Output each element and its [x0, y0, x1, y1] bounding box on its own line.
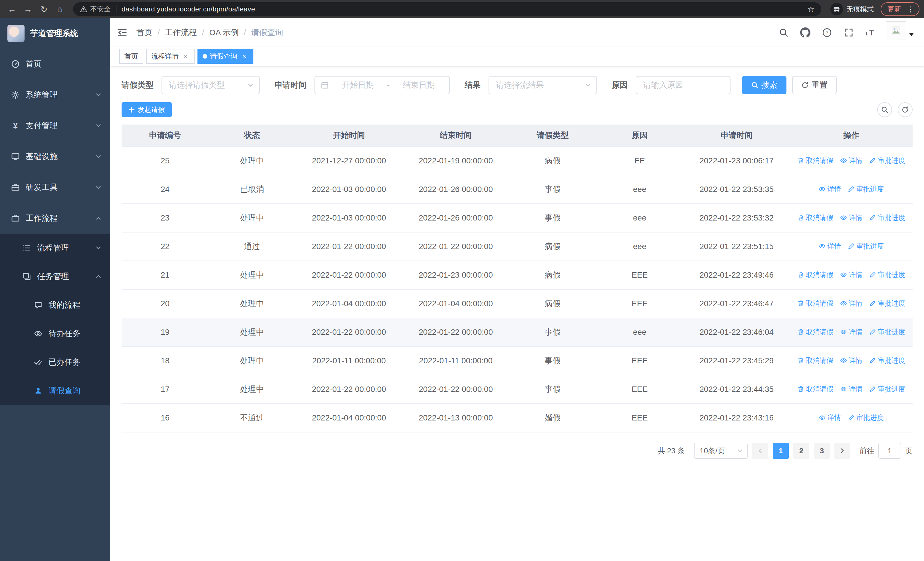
security-chip[interactable]: 不安全: [80, 5, 111, 14]
table-tools: [877, 102, 913, 117]
cell-end-time: 2022-01-22 00:00:00: [402, 232, 509, 261]
fullscreen-button[interactable]: [838, 18, 860, 47]
tab-process-detail[interactable]: 流程详情 ×: [146, 49, 195, 64]
detail-link[interactable]: 详情: [819, 413, 841, 422]
toggle-search-button[interactable]: [877, 102, 892, 117]
cell-status: 处理中: [208, 261, 296, 289]
github-link[interactable]: [795, 18, 816, 47]
approval-progress-link[interactable]: 审批进度: [869, 327, 905, 337]
detail-link[interactable]: 详情: [840, 213, 862, 222]
cancel-leave-link[interactable]: 取消请假: [797, 299, 833, 308]
prev-page-button[interactable]: [752, 443, 768, 459]
cell-apply-id: 19: [122, 318, 208, 346]
detail-link[interactable]: 详情: [840, 299, 862, 308]
browser-update-button[interactable]: 更新 ⋮: [880, 2, 920, 16]
avatar-placeholder-icon: [891, 26, 901, 35]
leave-type-select[interactable]: 请选择请假类型: [162, 76, 260, 94]
reset-button[interactable]: 重置: [792, 76, 837, 94]
page-button-3[interactable]: 3: [814, 443, 830, 459]
sidebar-item-payment-management[interactable]: ¥ 支付管理: [0, 110, 110, 141]
sidebar-item-home[interactable]: 首页: [0, 48, 110, 80]
result-select[interactable]: 请选择流结果: [489, 76, 597, 94]
cell-status: 不通过: [208, 404, 296, 432]
breadcrumb-item[interactable]: OA 示例: [210, 27, 251, 38]
search-button[interactable]: 搜索: [742, 76, 786, 94]
bookmark-star-icon[interactable]: ☆: [804, 5, 818, 14]
page-button-1[interactable]: 1: [773, 443, 789, 459]
pen-icon: [848, 186, 855, 193]
tab-leave-query[interactable]: 请假查询 ×: [198, 49, 254, 64]
collapse-sidebar-button[interactable]: [110, 18, 134, 47]
help-button[interactable]: ?: [816, 18, 838, 47]
create-leave-button[interactable]: 发起请假: [122, 102, 172, 117]
detail-link[interactable]: 详情: [840, 270, 862, 279]
font-size-icon: TT: [865, 28, 876, 37]
detail-link[interactable]: 详情: [819, 185, 841, 194]
breadcrumb-item[interactable]: 工作流程: [165, 27, 210, 38]
detail-link[interactable]: 详情: [840, 327, 862, 337]
sidebar-item-done-tasks[interactable]: 已办任务: [0, 348, 110, 376]
header-search-button[interactable]: [773, 18, 795, 47]
goto-page-input[interactable]: [878, 443, 901, 459]
leave-type-label: 请假类型: [122, 80, 153, 90]
sidebar-item-leave-query[interactable]: 请假查询: [0, 376, 110, 405]
sidebar-item-process-management[interactable]: 流程管理: [0, 234, 110, 262]
page-size-select[interactable]: 10条/页: [694, 443, 748, 459]
detail-link[interactable]: 详情: [840, 385, 862, 394]
browser-reload-button[interactable]: ↻: [36, 2, 51, 17]
address-bar[interactable]: 不安全 dashboard.yudao.iocoder.cn/bpm/oa/le…: [73, 2, 821, 16]
sidebar-item-task-management[interactable]: 任务管理: [0, 262, 110, 291]
refresh-table-button[interactable]: [898, 102, 913, 117]
cell-reason: EEE: [596, 375, 683, 404]
browser-forward-button[interactable]: →: [21, 2, 35, 17]
approval-progress-link[interactable]: 审批进度: [869, 299, 905, 308]
approval-progress-link[interactable]: 审批进度: [848, 242, 884, 251]
sidebar-item-dev-tools[interactable]: 研发工具: [0, 172, 110, 203]
sidebar-item-todo-tasks[interactable]: 待办任务: [0, 319, 110, 348]
kebab-menu-icon[interactable]: ⋮: [905, 5, 916, 14]
cancel-leave-link[interactable]: 取消请假: [797, 270, 833, 279]
approval-progress-link[interactable]: 审批进度: [869, 270, 905, 279]
cancel-leave-link[interactable]: 取消请假: [797, 327, 833, 337]
cell-apply-time: 2022-01-22 23:53:32: [683, 204, 790, 232]
cancel-leave-link[interactable]: 取消请假: [797, 213, 833, 222]
detail-link[interactable]: 详情: [819, 242, 841, 251]
cancel-leave-link[interactable]: 取消请假: [797, 356, 833, 365]
approval-progress-link[interactable]: 审批进度: [869, 385, 905, 394]
cell-reason: EEE: [596, 404, 683, 432]
sidebar-item-my-process[interactable]: 我的流程: [0, 291, 110, 319]
sidebar-item-workflow[interactable]: 工作流程: [0, 203, 110, 234]
close-icon[interactable]: ×: [182, 52, 189, 60]
menu-label: 请假查询: [48, 385, 81, 396]
approval-progress-link[interactable]: 审批进度: [848, 185, 884, 194]
approval-progress-link[interactable]: 审批进度: [869, 213, 905, 222]
user-menu[interactable]: [881, 21, 916, 44]
page-button-2[interactable]: 2: [793, 443, 809, 459]
approval-progress-link[interactable]: 审批进度: [848, 413, 884, 422]
approval-progress-link[interactable]: 审批进度: [869, 356, 905, 365]
browser-home-button[interactable]: ⌂: [52, 2, 68, 17]
font-size-button[interactable]: TT: [860, 18, 881, 47]
tab-home[interactable]: 首页: [119, 49, 143, 64]
close-icon[interactable]: ×: [240, 52, 248, 60]
browser-back-button[interactable]: ←: [4, 2, 20, 17]
list-icon: [22, 244, 32, 253]
detail-link[interactable]: 详情: [840, 356, 862, 365]
breadcrumb-item[interactable]: 首页: [136, 27, 165, 38]
apply-time-range-picker[interactable]: 开始日期 - 结束日期: [315, 76, 450, 94]
sidebar-item-system-management[interactable]: 系统管理: [0, 80, 110, 110]
next-page-button[interactable]: [834, 443, 850, 459]
app-logo[interactable]: 芋道管理系统: [0, 18, 110, 48]
reason-input[interactable]: [636, 76, 730, 94]
url-text[interactable]: dashboard.yudao.iocoder.cn/bpm/oa/leave: [122, 5, 255, 13]
cell-end-time: 2022-01-22 00:00:00: [402, 318, 509, 346]
table-toolbar: 发起请假: [122, 102, 913, 117]
action-label: 取消请假: [806, 327, 833, 337]
select-placeholder: 请选择流结果: [496, 80, 544, 90]
cancel-leave-link[interactable]: 取消请假: [797, 156, 833, 165]
sidebar-item-infrastructure[interactable]: 基础设施: [0, 141, 110, 172]
detail-link[interactable]: 详情: [840, 156, 862, 165]
start-date-placeholder: 开始日期: [333, 80, 382, 90]
approval-progress-link[interactable]: 审批进度: [869, 156, 905, 165]
cancel-leave-link[interactable]: 取消请假: [797, 385, 833, 394]
